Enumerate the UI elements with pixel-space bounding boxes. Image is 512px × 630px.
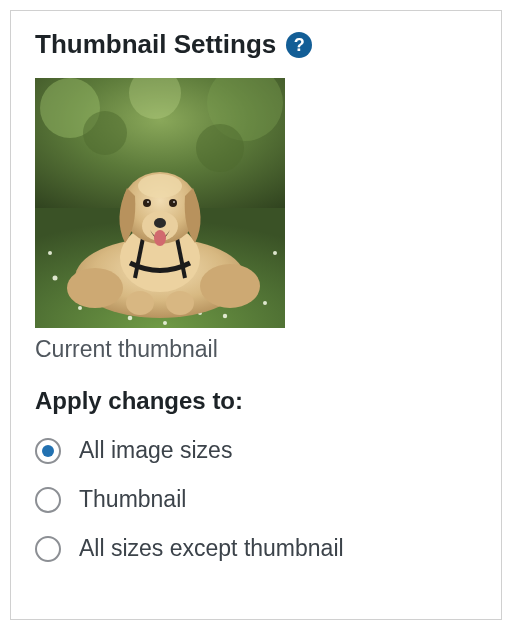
help-icon[interactable]: ? [286, 32, 312, 58]
svg-point-27 [154, 218, 166, 228]
apply-changes-label: Apply changes to: [35, 387, 477, 415]
radio-option-thumbnail[interactable]: Thumbnail [35, 486, 477, 513]
svg-point-5 [196, 124, 244, 172]
svg-point-23 [126, 291, 154, 315]
svg-point-7 [53, 276, 58, 281]
svg-point-12 [128, 316, 133, 321]
radio-option-all-sizes[interactable]: All image sizes [35, 437, 477, 464]
svg-point-10 [48, 251, 52, 255]
thumbnail-caption: Current thumbnail [35, 336, 477, 363]
panel-header: Thumbnail Settings ? [35, 29, 477, 60]
current-thumbnail-image [35, 78, 285, 328]
svg-point-28 [154, 230, 166, 246]
radio-label: All image sizes [79, 437, 232, 464]
svg-point-30 [169, 199, 177, 207]
radio-label: Thumbnail [79, 486, 186, 513]
radio-button[interactable] [35, 487, 61, 513]
svg-point-29 [143, 199, 151, 207]
svg-point-4 [83, 111, 127, 155]
svg-point-18 [163, 321, 167, 325]
radio-option-all-except-thumbnail[interactable]: All sizes except thumbnail [35, 535, 477, 562]
radio-button[interactable] [35, 536, 61, 562]
apply-changes-radio-group: All image sizes Thumbnail All sizes exce… [35, 437, 477, 562]
svg-point-15 [223, 314, 227, 318]
svg-point-16 [273, 251, 277, 255]
svg-point-21 [200, 264, 260, 308]
svg-point-8 [78, 306, 82, 310]
panel-title: Thumbnail Settings [35, 29, 276, 60]
svg-point-31 [147, 201, 149, 203]
radio-button[interactable] [35, 438, 61, 464]
svg-point-20 [67, 268, 123, 308]
svg-point-33 [138, 174, 182, 198]
radio-label: All sizes except thumbnail [79, 535, 344, 562]
svg-point-24 [166, 291, 194, 315]
thumbnail-settings-panel: Thumbnail Settings ? [10, 10, 502, 620]
svg-point-14 [263, 301, 267, 305]
svg-point-32 [173, 201, 175, 203]
